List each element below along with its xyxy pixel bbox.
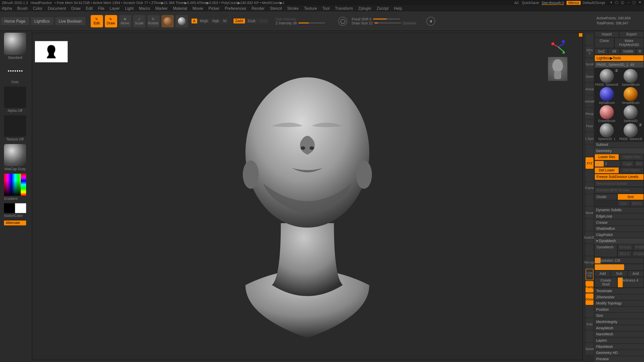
section-preview[interactable]: Preview: [594, 356, 644, 362]
dynamic-toggle[interactable]: Dynamic: [403, 21, 417, 25]
strip-move[interactable]: Move: [586, 207, 594, 218]
menu-color[interactable]: Color: [33, 6, 43, 11]
document-thumbnail[interactable]: [35, 41, 68, 62]
section-nanomesh[interactable]: NanoMesh: [594, 331, 644, 337]
minimize-icon[interactable]: –: [626, 1, 631, 5]
suv-button[interactable]: Suv: [617, 200, 630, 207]
tool-pm3d-sphere3d[interactable]: PM3D_Sphere3D2: [595, 69, 618, 86]
menu-zscript[interactable]: Zscript: [377, 6, 388, 11]
m-toggle[interactable]: M: [222, 19, 228, 23]
drawsize-track[interactable]: [375, 23, 401, 24]
create-shell-button[interactable]: Create Shell: [594, 277, 617, 288]
tool-eraserbrush[interactable]: EraserBrush: [595, 105, 618, 122]
sdiv-slider[interactable]: SDiv 2: [594, 160, 621, 167]
convert-bpr-button[interactable]: Convert BPR To Geo: [594, 187, 644, 194]
strip-icon-17[interactable]: [586, 244, 594, 255]
strip-transp[interactable]: Transp: [586, 281, 594, 293]
menu-light[interactable]: Light: [125, 6, 134, 11]
make-polymesh-button[interactable]: Make PolyMesh3D: [614, 37, 644, 48]
zintensity-slider[interactable]: Z Intensity 38: [275, 21, 297, 25]
menus-button[interactable]: Menus: [567, 1, 581, 5]
strip-floor[interactable]: Floor: [586, 120, 594, 132]
menu-transform[interactable]: Transform: [335, 6, 353, 11]
brush-preview[interactable]: [4, 33, 26, 55]
thickness-slider[interactable]: Thickness 4: [617, 277, 644, 288]
strip-line-fill[interactable]: Line Fill: [586, 269, 594, 280]
draw-size-slider[interactable]: Draw Size 22: [352, 21, 373, 25]
quicksave-button[interactable]: QuickSave: [522, 1, 539, 5]
strip-zoom[interactable]: Zoom: [586, 71, 594, 82]
gradient-label[interactable]: Gradient: [4, 197, 18, 201]
zintensity-track[interactable]: [299, 23, 325, 24]
subproj-slider[interactable]: SubProjection 0.6: [594, 264, 644, 270]
strip-icon-9[interactable]: [586, 145, 594, 157]
sculpt-mesh[interactable]: [219, 68, 396, 351]
rst-button[interactable]: Rst: [634, 160, 644, 167]
material-preview[interactable]: [4, 144, 26, 166]
menu-draw[interactable]: Draw: [71, 6, 80, 11]
zremesher-section[interactable]: ZRemesher: [594, 294, 644, 300]
goz-button[interactable]: GoZ: [594, 48, 608, 55]
homepage-button[interactable]: Home Page: [1, 17, 29, 25]
mrgb-toggle[interactable]: Mrgb: [198, 19, 210, 23]
divide-button[interactable]: Divide: [594, 194, 617, 200]
strip-icon-13[interactable]: [586, 195, 594, 206]
menu-render[interactable]: Render: [252, 6, 265, 11]
import-button[interactable]: Import: [594, 31, 619, 37]
size-section[interactable]: Size: [594, 312, 644, 319]
rgb-toggle[interactable]: Rgb: [211, 19, 221, 23]
section-fibermesh[interactable]: FiberMesh: [594, 343, 644, 350]
menu-brush[interactable]: Brush: [17, 6, 28, 11]
freeze-subdiv-button[interactable]: Freeze SubDivision Levels: [594, 174, 644, 180]
strip-icon-0[interactable]: [586, 34, 594, 45]
position-section[interactable]: Position: [594, 306, 644, 312]
hide-icon[interactable]: ▢: [615, 1, 619, 5]
edgeloop-section[interactable]: EdgeLoop: [594, 213, 644, 219]
section-arraymesh[interactable]: ArrayMesh: [594, 325, 644, 331]
reconstruct-button[interactable]: Reconstruct Subdiv: [594, 180, 644, 187]
sub-button[interactable]: Sub: [611, 270, 627, 277]
zcut-toggle[interactable]: Zcut: [258, 19, 268, 23]
scale-mode-button[interactable]: ⤢Scale: [133, 15, 145, 27]
texture-slot[interactable]: [4, 115, 26, 137]
rotate-mode-button[interactable]: ↻Rotate: [147, 15, 159, 27]
strip-l-sym[interactable]: L.Sym: [586, 132, 594, 144]
tool-sphere3d-1[interactable]: Sphere3D_1: [595, 123, 618, 141]
camera-reference[interactable]: [548, 57, 567, 81]
tessimate-section[interactable]: Tessimate: [594, 288, 644, 294]
strip-solo[interactable]: Solo: [586, 318, 594, 330]
close-icon[interactable]: ✕: [638, 1, 642, 5]
zsub-toggle[interactable]: Zsub: [246, 19, 257, 23]
menu-alpha[interactable]: Alpha: [2, 6, 12, 11]
menu-stroke[interactable]: Stroke: [287, 6, 299, 11]
strip-scroll[interactable]: Scroll: [586, 58, 594, 70]
alternate-button[interactable]: Alternate: [4, 220, 26, 225]
orientation-icon[interactable]: ◑: [426, 17, 435, 25]
strip-scale3d[interactable]: Scale3D: [586, 232, 594, 243]
polish-toggle[interactable]: Polish: [633, 244, 644, 250]
strip-actual[interactable]: Actual: [586, 83, 594, 95]
blur-slider[interactable]: Blur 0: [617, 251, 632, 257]
menu-tool[interactable]: Tool: [322, 6, 330, 11]
tool-simplebrush[interactable]: SimpleBrush: [619, 87, 642, 104]
geometry-section[interactable]: Geometry: [594, 148, 644, 154]
strip-xyz[interactable]: XYZ: [586, 157, 594, 169]
strip-icon-15[interactable]: [586, 219, 594, 231]
tool-sphere3d[interactable]: Sphere3D: [619, 105, 642, 122]
tool-spherebrush[interactable]: SphereBrush: [619, 69, 642, 86]
strip-xpose[interactable]: Xpose: [586, 343, 594, 354]
dynamesh-section[interactable]: ▾ DynaMesh: [594, 238, 644, 244]
menu-zplugin[interactable]: Zplugin: [358, 6, 371, 11]
strip-icon-11[interactable]: [586, 170, 594, 181]
dynamic-subdiv-section[interactable]: Dynamic Subdiv: [594, 207, 644, 213]
subtool-section[interactable]: Subtool: [594, 142, 644, 148]
menu-stencil[interactable]: Stencil: [270, 6, 282, 11]
stroke-preview[interactable]: [4, 62, 26, 79]
claypolish-section[interactable]: ClayPolish: [594, 232, 644, 238]
axis-gizmo[interactable]: [551, 40, 565, 54]
reuv-button[interactable]: ReUV: [630, 200, 644, 207]
del-lower-button[interactable]: Del Lower: [594, 167, 619, 174]
collapse-icon[interactable]: ▾: [609, 1, 614, 5]
menu-movie[interactable]: Movie: [192, 6, 203, 11]
del-higher-button[interactable]: Del Higher: [619, 167, 644, 174]
